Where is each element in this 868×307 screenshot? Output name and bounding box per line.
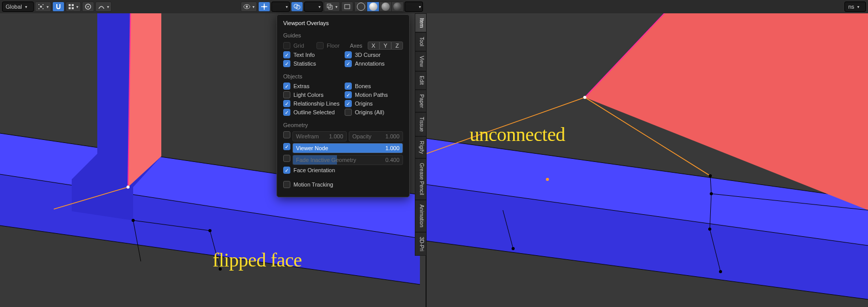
sidetab-animation[interactable]: Animation xyxy=(415,200,426,232)
3d-cursor-label: 3D Cursor xyxy=(355,52,380,58)
toggle-camera-button[interactable] xyxy=(341,2,353,12)
opacity-label: Opacity xyxy=(352,133,371,139)
overlays-toggle[interactable] xyxy=(291,2,303,12)
gizmos-toggle[interactable] xyxy=(258,2,270,12)
viewer-node-checkbox[interactable] xyxy=(283,143,290,150)
popover-title: Viewport Overlays xyxy=(283,20,403,26)
axis-y-toggle[interactable]: Y xyxy=(379,42,391,50)
shading-options-dropdown[interactable]: ▾ xyxy=(405,2,423,12)
viewport-overlays-popover: Viewport Overlays Guides Grid Floor Axes… xyxy=(277,14,410,197)
sidetab-edit[interactable]: Edit xyxy=(415,71,426,89)
snap-toggle[interactable] xyxy=(52,2,65,12)
snap-settings-dropdown[interactable]: ▾ xyxy=(66,2,81,12)
sidetab-paper[interactable]: Paper xyxy=(415,90,426,113)
curve-icon xyxy=(98,3,105,10)
sidetab-3dprint[interactable]: 3D-Pri xyxy=(415,232,426,256)
svg-rect-24 xyxy=(69,7,71,9)
relationship-lines-checkbox[interactable] xyxy=(283,100,290,107)
shading-matprev[interactable] xyxy=(379,2,391,12)
visibility-dropdown[interactable]: ▾ xyxy=(241,2,257,12)
extras-checkbox[interactable] xyxy=(283,83,290,90)
gizmo-icon xyxy=(261,3,268,10)
shading-rendered[interactable] xyxy=(391,2,404,12)
grid-snap-icon xyxy=(68,4,74,10)
proportional-falloff-dropdown[interactable]: ▾ xyxy=(95,2,112,12)
axis-z-toggle[interactable]: Z xyxy=(391,42,403,50)
wireframe-checkbox[interactable] xyxy=(283,131,290,138)
text-info-label: Text Info xyxy=(293,52,315,58)
viewer-node-slider[interactable]: Viewer Node 1.000 xyxy=(292,143,403,153)
sidetab-rigify[interactable]: Rigify xyxy=(415,136,426,158)
chevron-down-icon: ▾ xyxy=(76,5,78,9)
eye-icon xyxy=(243,3,250,10)
wireframe-slider[interactable]: Wirefram 1.000 xyxy=(292,131,347,141)
light-colors-label: Light Colors xyxy=(293,92,324,98)
sidetab-tool[interactable]: Tool xyxy=(415,32,426,51)
viewport-header-left: Global ▾ ▾ ▾ ▾ ▾ xyxy=(0,0,426,13)
magnet-icon xyxy=(55,3,62,10)
motion-tracking-checkbox[interactable] xyxy=(283,181,290,188)
wireframe-opacity-slider[interactable]: Opacity 1.000 xyxy=(349,131,403,141)
viewer-node-label: Viewer Node xyxy=(296,145,328,151)
shading-solid[interactable] xyxy=(367,2,379,12)
chevron-down-icon: ▾ xyxy=(286,5,288,9)
objects-section-title: Objects xyxy=(283,73,403,79)
text-info-checkbox[interactable] xyxy=(283,51,290,58)
face-orientation-checkbox[interactable] xyxy=(283,167,290,174)
wireframe-sphere-icon xyxy=(357,3,365,11)
svg-point-46 xyxy=(546,178,549,181)
annotations-checkbox[interactable] xyxy=(345,60,352,67)
svg-point-18 xyxy=(38,4,39,5)
light-colors-checkbox[interactable] xyxy=(283,91,290,98)
wireframe-value: 1.000 xyxy=(329,133,343,139)
chevron-down-icon: ▾ xyxy=(107,5,109,9)
gizmos-dropdown[interactable]: ▾ xyxy=(271,2,290,12)
motion-tracking-label: Motion Tracking xyxy=(293,181,333,188)
floor-checkbox[interactable] xyxy=(316,42,324,49)
sidetab-view[interactable]: View xyxy=(415,51,426,72)
xray-toggle[interactable]: ▾ xyxy=(324,2,340,12)
chevron-down-icon: ▾ xyxy=(419,5,421,9)
svg-point-30 xyxy=(263,6,265,8)
svg-marker-6 xyxy=(128,0,161,187)
fade-inactive-checkbox[interactable] xyxy=(283,155,290,162)
statistics-checkbox[interactable] xyxy=(283,60,290,67)
geometry-section-title: Geometry xyxy=(283,122,403,128)
viewport-right[interactable]: ns ▾ unconnected xyxy=(426,0,868,307)
axis-x-toggle[interactable]: X xyxy=(368,42,379,50)
proportional-icon xyxy=(84,3,92,10)
origins-all-checkbox[interactable] xyxy=(345,109,352,116)
options-dropdown-right[interactable]: ns ▾ xyxy=(844,2,866,12)
chevron-down-icon: ▾ xyxy=(252,5,255,9)
outline-selected-checkbox[interactable] xyxy=(283,109,290,116)
pivot-point-dropdown[interactable]: ▾ xyxy=(35,2,51,12)
floor-label: Floor xyxy=(327,43,340,49)
viewport-left[interactable]: Global ▾ ▾ ▾ ▾ ▾ xyxy=(0,0,426,307)
shading-wireframe[interactable] xyxy=(354,2,367,12)
3d-cursor-checkbox[interactable] xyxy=(345,51,352,58)
svg-rect-35 xyxy=(345,5,350,9)
overlays-dropdown[interactable]: ▾ xyxy=(304,2,323,12)
statistics-label: Statistics xyxy=(293,60,316,67)
chevron-down-icon: ▾ xyxy=(25,5,27,9)
origins-label: Origins xyxy=(355,100,373,107)
outline-selected-label: Outline Selected xyxy=(293,109,335,115)
fade-inactive-slider[interactable]: Fade Inactive Geometry 0.400 xyxy=(292,155,403,165)
viewport-header-right: ns ▾ xyxy=(426,0,868,13)
svg-rect-25 xyxy=(72,7,74,9)
origins-checkbox[interactable] xyxy=(345,100,352,107)
bones-checkbox[interactable] xyxy=(345,83,352,90)
transform-orientation-dropdown[interactable]: Global ▾ xyxy=(2,2,34,12)
face-orientation-label: Face Orientation xyxy=(293,167,335,173)
motion-paths-checkbox[interactable] xyxy=(345,91,352,98)
axes-label: Axes xyxy=(350,43,362,49)
relationship-lines-label: Relationship Lines xyxy=(293,100,340,107)
grid-checkbox[interactable] xyxy=(283,42,290,49)
proportional-edit-toggle[interactable] xyxy=(82,2,94,12)
svg-rect-23 xyxy=(72,4,74,6)
chevron-down-icon: ▾ xyxy=(335,5,337,9)
sidetab-item[interactable]: Item xyxy=(415,13,426,32)
sidetab-tissue[interactable]: Tissue xyxy=(415,112,426,136)
sidetab-grease-pencil[interactable]: Grease Pencil xyxy=(415,158,426,200)
svg-point-29 xyxy=(246,6,248,8)
